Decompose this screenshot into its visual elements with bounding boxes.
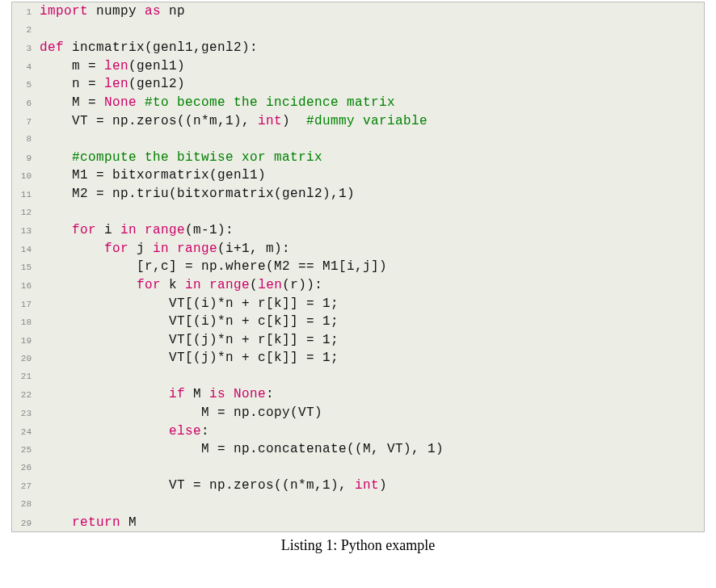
code-line: 14 for j in range(i+1, m): (12, 240, 704, 258)
code-content: VT[(i)*n + r[k]] = 1; (35, 295, 339, 313)
code-token: for (104, 242, 128, 256)
code-token: M (185, 387, 209, 401)
line-number: 15 (12, 258, 35, 277)
code-token: range (145, 223, 185, 237)
code-content: VT[(j)*n + c[k]] = 1; (35, 349, 339, 368)
code-token (40, 515, 72, 530)
code-line: 23 M = np.copy(VT) (12, 404, 704, 422)
code-content: m = len(genl1) (35, 57, 185, 76)
code-token: range (177, 242, 217, 256)
line-number: 4 (12, 58, 35, 77)
code-token: k (161, 278, 185, 292)
code-token: M (120, 515, 137, 530)
line-number: 11 (12, 186, 35, 204)
code-token (137, 95, 145, 110)
line-number: 16 (12, 277, 35, 296)
code-token: VT = np.zeros((n*m,1), (40, 114, 258, 128)
code-line: 5 n = len(genl2) (12, 75, 704, 94)
line-number: 26 (12, 459, 35, 477)
code-line: 3def incmatrix(genl1,genl2): (12, 39, 704, 57)
code-token (40, 278, 137, 292)
code-content: #compute the bitwise xor matrix (35, 149, 322, 167)
code-content: M = np.copy(VT) (35, 404, 322, 422)
code-content: for i in range(m-1): (35, 221, 234, 240)
line-number: 22 (12, 386, 35, 405)
code-line: 10 M1 = bitxormatrix(genl1) (12, 166, 704, 185)
code-token: VT[(j)*n + c[k]] = 1; (40, 351, 339, 365)
code-token: ) (282, 114, 306, 128)
code-frame: 1import numpy as np23def incmatrix(genl1… (11, 2, 705, 532)
line-number: 9 (12, 149, 35, 168)
code-token: ( (250, 278, 258, 292)
code-token: M = (40, 95, 104, 110)
code-content: n = len(genl2) (35, 75, 185, 94)
code-content: def incmatrix(genl1,genl2): (35, 39, 258, 57)
code-token: M = np.copy(VT) (40, 405, 322, 420)
code-line: 20 VT[(j)*n + c[k]] = 1; (12, 349, 704, 368)
code-token: def (40, 40, 64, 55)
line-number: 7 (12, 113, 35, 132)
code-line: 25 M = np.concatenate((M, VT), 1) (12, 440, 704, 459)
code-token: len (104, 59, 128, 74)
code-content: M = np.concatenate((M, VT), 1) (35, 440, 444, 459)
code-line: 2 (12, 21, 704, 40)
code-token: range (209, 278, 250, 292)
line-number: 10 (12, 167, 35, 186)
listing-caption: Listing 1: Python example (11, 537, 705, 554)
code-token: None (104, 95, 137, 110)
code-token: : (201, 424, 209, 439)
code-token: n = (40, 77, 104, 91)
code-line: 6 M = None #to become the incidence matr… (12, 94, 704, 112)
code-content: else: (35, 422, 209, 441)
code-line: 26 (12, 459, 704, 477)
code-token (137, 223, 145, 237)
code-token: len (258, 278, 282, 292)
code-content: VT = np.zeros((n*m,1), int) #dummy varia… (35, 112, 427, 131)
code-token: M = np.concatenate((M, VT), 1) (40, 442, 444, 456)
code-token: #dummy variable (306, 114, 427, 128)
code-content: VT = np.zeros((n*m,1), int) (35, 477, 387, 495)
line-number: 25 (12, 441, 35, 460)
code-line: 4 m = len(genl1) (12, 57, 704, 76)
line-number: 3 (12, 40, 35, 58)
code-token: VT[(j)*n + r[k]] = 1; (40, 333, 339, 347)
code-line: 11 M2 = np.triu(bitxormatrix(genl2),1) (12, 185, 704, 204)
code-token (40, 387, 169, 401)
code-line: 7 VT = np.zeros((n*m,1), int) #dummy var… (12, 112, 704, 131)
code-token: VT[(i)*n + c[k]] = 1; (40, 314, 339, 329)
code-token: : (266, 387, 274, 401)
code-line: 15 [r,c] = np.where(M2 == M1[i,j]) (12, 258, 704, 276)
code-token: len (104, 77, 128, 91)
code-token (40, 242, 104, 256)
line-number: 18 (12, 313, 35, 332)
code-token (40, 424, 169, 439)
code-token: j (128, 242, 153, 256)
code-token: None (234, 387, 266, 401)
line-number: 13 (12, 222, 35, 241)
line-number: 29 (12, 514, 35, 533)
code-token: #to become the incidence matrix (145, 95, 395, 110)
line-number: 28 (12, 495, 35, 514)
line-number: 2 (12, 21, 35, 40)
code-token: import (40, 4, 88, 19)
code-line: 18 VT[(i)*n + c[k]] = 1; (12, 313, 704, 331)
code-token: (genl2) (128, 77, 185, 91)
code-token: for (137, 278, 161, 292)
code-content: for j in range(i+1, m): (35, 240, 290, 258)
code-line: 28 (12, 495, 704, 514)
code-line: 21 (12, 368, 704, 386)
code-token: as (145, 4, 161, 19)
line-number: 27 (12, 477, 35, 496)
code-token: VT[(i)*n + r[k]] = 1; (40, 296, 339, 311)
line-number: 19 (12, 332, 35, 351)
code-line: 13 for i in range(m-1): (12, 221, 704, 240)
line-number: 24 (12, 423, 35, 442)
code-content: M1 = bitxormatrix(genl1) (35, 166, 266, 185)
code-token: i (96, 223, 120, 237)
code-content: M = None #to become the incidence matrix (35, 94, 395, 112)
line-number: 17 (12, 296, 35, 314)
code-token (40, 223, 72, 237)
code-token: (m-1): (185, 223, 234, 237)
code-token: if (169, 387, 185, 401)
code-token: #compute the bitwise xor matrix (72, 150, 322, 165)
